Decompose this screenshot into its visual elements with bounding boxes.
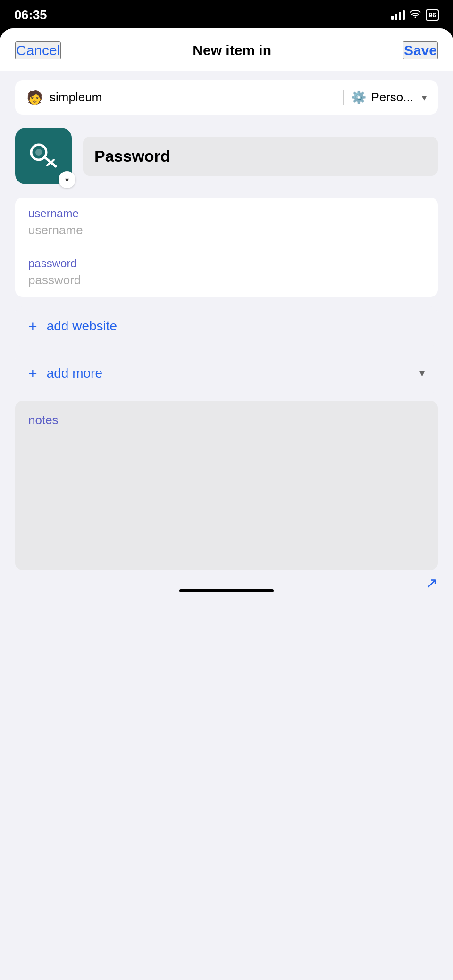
notes-label: notes: [28, 413, 59, 427]
signal-icon: [391, 10, 405, 20]
item-name-input[interactable]: [83, 137, 438, 176]
user-avatar: 🧑: [26, 90, 43, 105]
chevron-down-icon: ▾: [419, 367, 425, 379]
bottom-bar: ↗: [0, 580, 453, 601]
gear-icon: ⚙️: [351, 90, 366, 105]
svg-point-1: [35, 149, 42, 156]
svg-line-3: [51, 160, 54, 163]
vault-selector[interactable]: 🧑 simpleum ⚙️ Perso... ▾: [15, 80, 438, 115]
password-field[interactable]: password password: [15, 247, 438, 297]
fields-container: username username password password: [15, 198, 438, 297]
page-title: New item in: [193, 42, 271, 58]
username-label: username: [28, 207, 425, 220]
add-website-button[interactable]: + add website: [15, 306, 438, 346]
item-type-row: ▾: [0, 115, 453, 198]
home-indicator: [179, 589, 274, 592]
plus-icon: +: [28, 319, 37, 334]
item-icon-wrapper[interactable]: ▾: [15, 128, 72, 184]
username-field[interactable]: username username: [15, 198, 438, 247]
vault-username: simpleum: [50, 90, 102, 105]
vault-type: ⚙️ Perso... ▾: [351, 90, 427, 105]
chevron-down-icon[interactable]: ▾: [59, 171, 76, 188]
password-label: password: [28, 257, 425, 270]
chevron-down-icon: ▾: [422, 92, 427, 103]
plus-icon: +: [28, 366, 37, 381]
key-icon: [26, 139, 60, 173]
cancel-button[interactable]: Cancel: [15, 41, 61, 59]
notes-container[interactable]: notes: [15, 401, 438, 570]
vault-user: 🧑 simpleum: [26, 90, 336, 105]
password-placeholder: password: [28, 273, 425, 288]
add-more-label: add more: [47, 366, 102, 381]
status-time: 06:35: [14, 8, 47, 23]
wifi-icon: [410, 10, 421, 21]
app-content: Cancel New item in Save 🧑 simpleum ⚙️ Pe…: [0, 28, 453, 980]
nav-bar: Cancel New item in Save: [0, 28, 453, 71]
add-website-label: add website: [47, 319, 117, 334]
save-button[interactable]: Save: [403, 41, 438, 59]
battery-icon: 96: [426, 9, 439, 21]
vault-divider: [343, 90, 344, 105]
vault-type-label: Perso...: [371, 90, 413, 105]
arrow-icon: ↗: [425, 574, 438, 592]
status-bar: 06:35 96: [0, 0, 453, 28]
status-icons: 96: [391, 9, 439, 21]
add-more-button[interactable]: + add more ▾: [15, 354, 438, 393]
svg-line-4: [47, 163, 50, 165]
username-placeholder: username: [28, 223, 425, 238]
